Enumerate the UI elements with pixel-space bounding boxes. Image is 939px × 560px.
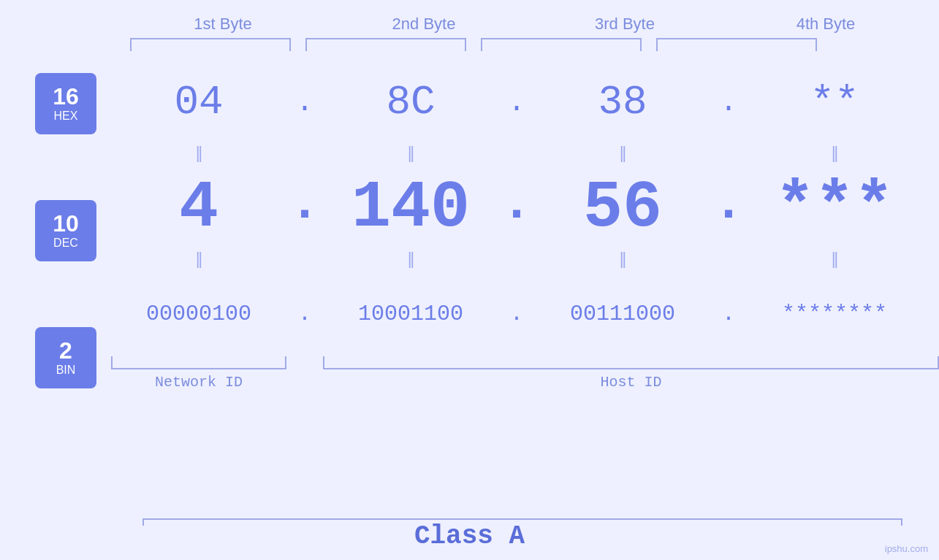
values-area: 04 . 8C . 38 . ** <box>111 58 939 391</box>
dec-byte-1: 4 <box>111 171 286 245</box>
byte-header-2: 2nd Byte <box>343 15 504 34</box>
bracket-top-1 <box>130 38 291 51</box>
hex-byte-4: ** <box>747 79 922 126</box>
class-a-label: Class A <box>0 521 939 551</box>
bracket-top-4 <box>656 38 817 51</box>
dec-badge: 10 DEC <box>35 200 96 261</box>
dec-byte-2: 140 <box>323 171 498 245</box>
class-a-bracket <box>142 518 902 520</box>
bracket-top-2 <box>305 38 466 51</box>
hex-dot-3: . <box>710 86 747 119</box>
main-grid: 16 HEX 10 DEC 2 BIN 04 . <box>0 58 939 560</box>
network-id-label: Network ID <box>111 374 286 391</box>
equals-1-3: ‖ <box>535 144 710 163</box>
base-badges-column: 16 HEX 10 DEC 2 BIN <box>35 73 96 388</box>
bin-number: 2 <box>59 339 72 362</box>
hex-byte-3: 38 <box>535 79 710 126</box>
hex-label: HEX <box>54 110 78 123</box>
equals-2-2: ‖ <box>323 250 498 269</box>
bin-row: 00000100 . 10001100 . 00111000 . <box>111 277 939 350</box>
label-spacer <box>286 374 323 391</box>
byte-header-1: 1st Byte <box>142 15 303 34</box>
host-id-bracket <box>323 356 939 369</box>
hex-byte-1: 04 <box>111 79 286 126</box>
byte-header-4: 4th Byte <box>745 15 906 34</box>
dec-byte-3: 56 <box>535 171 710 245</box>
bracket-top-3 <box>481 38 642 51</box>
bin-dot-2: . <box>498 302 535 326</box>
equals-2-4: ‖ <box>747 250 922 269</box>
equals-2-3: ‖ <box>535 250 710 269</box>
watermark: ipshu.com <box>885 543 928 554</box>
dec-dot-2: . <box>498 179 535 237</box>
hex-badge: 16 HEX <box>35 73 96 134</box>
equals-row-1: ‖ ‖ ‖ ‖ <box>111 139 939 168</box>
bin-badge: 2 BIN <box>35 327 96 388</box>
dec-row: 4 . 140 . 56 . *** <box>111 172 939 245</box>
dec-dot-3: . <box>710 179 747 237</box>
id-labels-row: Network ID Host ID <box>111 374 939 391</box>
hex-number: 16 <box>53 85 79 108</box>
bin-byte-2: 10001100 <box>323 302 498 326</box>
bin-byte-4: ******** <box>747 302 922 326</box>
bin-byte-1: 00000100 <box>111 302 286 326</box>
main-container: 1st Byte 2nd Byte 3rd Byte 4th Byte 16 H… <box>0 0 939 560</box>
equals-1-4: ‖ <box>747 144 922 163</box>
equals-1-2: ‖ <box>323 144 498 163</box>
bin-dot-1: . <box>286 302 323 326</box>
host-id-label: Host ID <box>323 374 939 391</box>
dec-number: 10 <box>53 212 79 235</box>
class-a-bracket-line <box>142 518 902 520</box>
network-id-bracket <box>111 356 286 369</box>
byte-header-3: 3rd Byte <box>544 15 705 34</box>
hex-dot-2: . <box>498 86 535 119</box>
equals-2-1: ‖ <box>111 250 286 269</box>
top-brackets <box>123 38 927 51</box>
bottom-brackets-row <box>111 356 939 369</box>
bin-byte-3: 00111000 <box>535 302 710 326</box>
equals-row-2: ‖ ‖ ‖ ‖ <box>111 245 939 274</box>
bin-label: BIN <box>56 364 76 377</box>
dec-dot-1: . <box>286 179 323 237</box>
hex-row: 04 . 8C . 38 . ** <box>111 66 939 139</box>
dec-byte-4: *** <box>747 171 922 245</box>
byte-headers-row: 1st Byte 2nd Byte 3rd Byte 4th Byte <box>123 15 927 34</box>
equals-1-1: ‖ <box>111 144 286 163</box>
dec-label: DEC <box>53 237 78 250</box>
hex-dot-1: . <box>286 86 323 119</box>
hex-byte-2: 8C <box>323 79 498 126</box>
bin-dot-3: . <box>710 302 747 326</box>
